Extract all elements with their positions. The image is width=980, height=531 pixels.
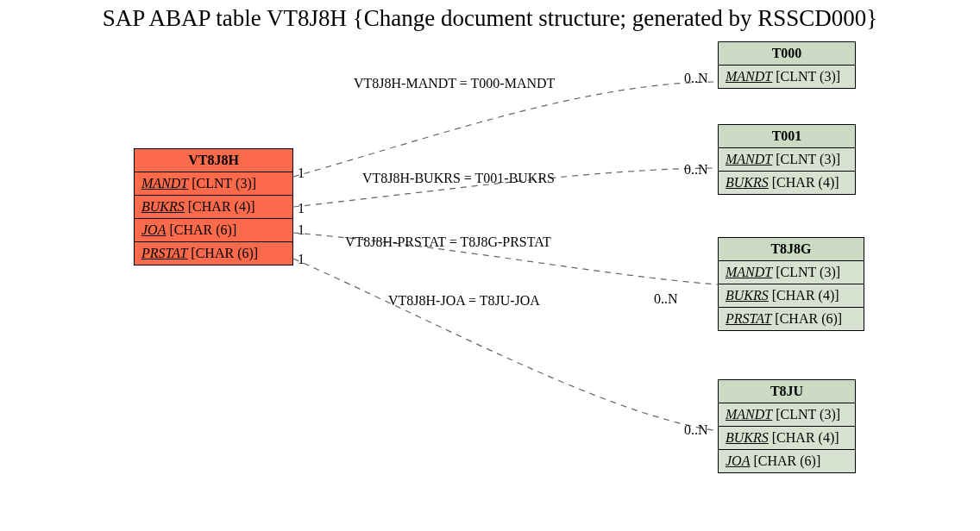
table-row: PRSTAT [CHAR (6)] (135, 242, 292, 265)
table-row: MANDT [CLNT (3)] (719, 261, 864, 284)
table-row: JOA [CHAR (6)] (719, 450, 855, 472)
page-title: SAP ABAP table VT8J8H {Change document s… (0, 5, 980, 32)
table-target-1: T001 MANDT [CLNT (3)]BUKRS [CHAR (4)] (718, 124, 856, 195)
table-row: BUKRS [CHAR (4)] (719, 172, 855, 194)
right-card-1: 0..N (684, 162, 708, 178)
table-main-header: VT8J8H (135, 149, 292, 172)
table-row: JOA [CHAR (6)] (135, 219, 292, 242)
table-row: MANDT [CLNT (3)] (719, 66, 855, 88)
left-card-2: 1 (298, 222, 305, 238)
table-row: MANDT [CLNT (3)] (135, 172, 292, 196)
relation-label-1: VT8J8H-BUKRS = T001-BUKRS (362, 171, 555, 186)
table-row: BUKRS [CHAR (4)] (719, 284, 864, 308)
table-target-0: T000 MANDT [CLNT (3)] (718, 41, 856, 89)
relation-label-2: VT8J8H-PRSTAT = T8J8G-PRSTAT (345, 234, 551, 250)
table-target-2-header: T8J8G (719, 238, 864, 261)
table-row: BUKRS [CHAR (4)] (719, 427, 855, 450)
table-row: PRSTAT [CHAR (6)] (719, 308, 864, 330)
table-target-3: T8JU MANDT [CLNT (3)]BUKRS [CHAR (4)]JOA… (718, 379, 856, 473)
left-card-0: 1 (298, 166, 305, 181)
table-target-3-header: T8JU (719, 380, 855, 403)
left-card-1: 1 (298, 201, 305, 216)
right-card-3: 0..N (684, 422, 708, 438)
relation-label-3: VT8J8H-JOA = T8JU-JOA (388, 293, 540, 309)
table-row: MANDT [CLNT (3)] (719, 148, 855, 172)
right-card-extra: 0..N (654, 291, 678, 307)
right-card-0: 0..N (684, 71, 708, 86)
table-main: VT8J8H MANDT [CLNT (3)]BUKRS [CHAR (4)]J… (134, 148, 293, 266)
table-row: BUKRS [CHAR (4)] (135, 196, 292, 219)
table-target-1-header: T001 (719, 125, 855, 148)
table-target-0-header: T000 (719, 42, 855, 66)
table-target-2: T8J8G MANDT [CLNT (3)]BUKRS [CHAR (4)]PR… (718, 237, 864, 331)
table-row: MANDT [CLNT (3)] (719, 403, 855, 427)
left-card-3: 1 (298, 252, 305, 267)
relation-label-0: VT8J8H-MANDT = T000-MANDT (354, 76, 555, 91)
